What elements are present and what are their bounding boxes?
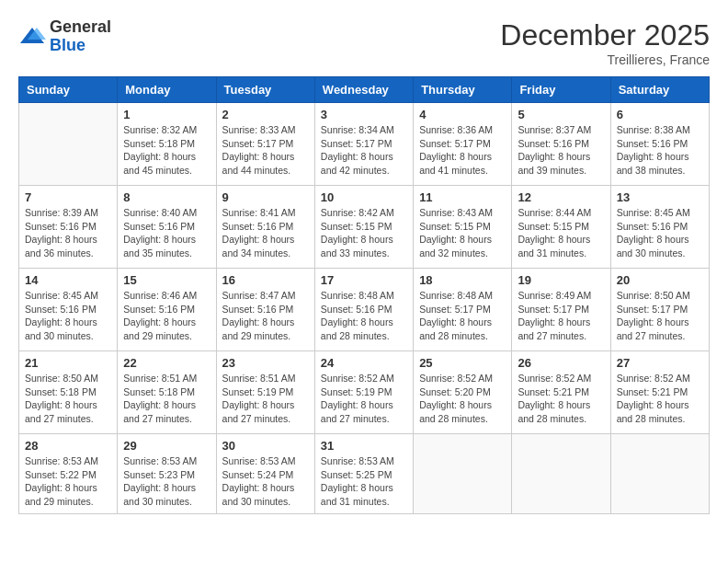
- day-number: 16: [222, 273, 309, 287]
- calendar-cell: 7Sunrise: 8:39 AMSunset: 5:16 PMDaylight…: [19, 186, 118, 269]
- calendar-cell: 8Sunrise: 8:40 AMSunset: 5:16 PMDaylight…: [118, 186, 216, 269]
- logo-general: General: [50, 18, 111, 37]
- day-header-saturday: Saturday: [610, 77, 709, 103]
- calendar-cell: 16Sunrise: 8:47 AMSunset: 5:16 PMDayligh…: [216, 269, 314, 351]
- day-info: Sunrise: 8:44 AMSunset: 5:15 PMDaylight:…: [518, 206, 604, 260]
- day-number: 12: [518, 190, 604, 204]
- day-info: Sunrise: 8:52 AMSunset: 5:21 PMDaylight:…: [617, 372, 703, 426]
- day-number: 17: [321, 273, 407, 287]
- page-header: General Blue December 2025 Treillieres, …: [18, 18, 710, 67]
- day-info: Sunrise: 8:51 AMSunset: 5:19 PMDaylight:…: [222, 372, 309, 426]
- day-info: Sunrise: 8:48 AMSunset: 5:16 PMDaylight:…: [321, 289, 407, 343]
- day-number: 2: [222, 108, 309, 121]
- logo: General Blue: [18, 18, 111, 55]
- week-row-5: 28Sunrise: 8:53 AMSunset: 5:22 PMDayligh…: [19, 434, 710, 514]
- day-number: 18: [419, 273, 506, 287]
- calendar-cell: [512, 434, 610, 514]
- day-info: Sunrise: 8:33 AMSunset: 5:17 PMDaylight:…: [222, 123, 309, 178]
- day-info: Sunrise: 8:39 AMSunset: 5:16 PMDaylight:…: [25, 206, 111, 260]
- calendar-cell: 20Sunrise: 8:50 AMSunset: 5:17 PMDayligh…: [610, 269, 709, 351]
- calendar-cell: 27Sunrise: 8:52 AMSunset: 5:21 PMDayligh…: [610, 351, 709, 434]
- calendar-cell: 25Sunrise: 8:52 AMSunset: 5:20 PMDayligh…: [414, 351, 512, 434]
- calendar-cell: 4Sunrise: 8:36 AMSunset: 5:17 PMDaylight…: [414, 103, 512, 186]
- calendar-cell: 3Sunrise: 8:34 AMSunset: 5:17 PMDaylight…: [314, 103, 413, 186]
- day-info: Sunrise: 8:49 AMSunset: 5:17 PMDaylight:…: [518, 289, 604, 343]
- day-info: Sunrise: 8:32 AMSunset: 5:18 PMDaylight:…: [123, 123, 210, 178]
- day-number: 22: [123, 356, 210, 370]
- day-number: 13: [617, 190, 703, 204]
- calendar-cell: [414, 434, 512, 514]
- day-info: Sunrise: 8:52 AMSunset: 5:21 PMDaylight:…: [518, 372, 604, 426]
- day-number: 19: [518, 273, 604, 287]
- day-info: Sunrise: 8:53 AMSunset: 5:22 PMDaylight:…: [25, 454, 111, 509]
- day-number: 27: [617, 356, 703, 370]
- day-number: 26: [518, 356, 604, 370]
- calendar-cell: 21Sunrise: 8:50 AMSunset: 5:18 PMDayligh…: [19, 351, 118, 434]
- location-subtitle: Treillieres, France: [500, 52, 710, 67]
- day-number: 3: [321, 108, 407, 121]
- calendar-cell: 18Sunrise: 8:48 AMSunset: 5:17 PMDayligh…: [414, 269, 512, 351]
- day-number: 6: [617, 108, 703, 121]
- day-number: 31: [321, 439, 407, 453]
- day-info: Sunrise: 8:53 AMSunset: 5:24 PMDaylight:…: [222, 454, 309, 509]
- day-number: 15: [123, 273, 210, 287]
- calendar-cell: 30Sunrise: 8:53 AMSunset: 5:24 PMDayligh…: [216, 434, 314, 514]
- day-number: 7: [25, 190, 111, 204]
- calendar-cell: 9Sunrise: 8:41 AMSunset: 5:16 PMDaylight…: [216, 186, 314, 269]
- calendar-cell: 2Sunrise: 8:33 AMSunset: 5:17 PMDaylight…: [216, 103, 314, 186]
- day-number: 4: [419, 108, 506, 121]
- calendar-cell: 19Sunrise: 8:49 AMSunset: 5:17 PMDayligh…: [512, 269, 610, 351]
- day-info: Sunrise: 8:48 AMSunset: 5:17 PMDaylight:…: [419, 289, 506, 343]
- calendar-cell: 12Sunrise: 8:44 AMSunset: 5:15 PMDayligh…: [512, 186, 610, 269]
- day-number: 28: [25, 439, 111, 453]
- calendar-cell: 1Sunrise: 8:32 AMSunset: 5:18 PMDaylight…: [118, 103, 216, 186]
- logo-blue: Blue: [50, 37, 111, 55]
- day-header-tuesday: Tuesday: [216, 77, 314, 103]
- week-row-1: 1Sunrise: 8:32 AMSunset: 5:18 PMDaylight…: [19, 103, 710, 186]
- day-info: Sunrise: 8:42 AMSunset: 5:15 PMDaylight:…: [321, 206, 407, 260]
- day-info: Sunrise: 8:46 AMSunset: 5:16 PMDaylight:…: [123, 289, 210, 343]
- calendar-cell: 26Sunrise: 8:52 AMSunset: 5:21 PMDayligh…: [512, 351, 610, 434]
- title-section: December 2025 Treillieres, France: [500, 18, 710, 67]
- days-of-week-row: SundayMondayTuesdayWednesdayThursdayFrid…: [19, 77, 710, 103]
- calendar-cell: 13Sunrise: 8:45 AMSunset: 5:16 PMDayligh…: [610, 186, 709, 269]
- day-number: 14: [25, 273, 111, 287]
- calendar-table: SundayMondayTuesdayWednesdayThursdayFrid…: [18, 76, 710, 514]
- day-number: 23: [222, 356, 309, 370]
- day-info: Sunrise: 8:50 AMSunset: 5:17 PMDaylight:…: [617, 289, 703, 343]
- calendar-cell: 10Sunrise: 8:42 AMSunset: 5:15 PMDayligh…: [314, 186, 413, 269]
- month-title: December 2025: [500, 18, 710, 52]
- day-info: Sunrise: 8:51 AMSunset: 5:18 PMDaylight:…: [123, 372, 210, 426]
- day-info: Sunrise: 8:37 AMSunset: 5:16 PMDaylight:…: [518, 123, 604, 178]
- calendar-cell: 22Sunrise: 8:51 AMSunset: 5:18 PMDayligh…: [118, 351, 216, 434]
- calendar-cell: 23Sunrise: 8:51 AMSunset: 5:19 PMDayligh…: [216, 351, 314, 434]
- logo-text: General Blue: [50, 18, 111, 55]
- day-number: 21: [25, 356, 111, 370]
- day-info: Sunrise: 8:45 AMSunset: 5:16 PMDaylight:…: [25, 289, 111, 343]
- day-header-monday: Monday: [118, 77, 216, 103]
- day-header-friday: Friday: [512, 77, 610, 103]
- day-number: 11: [419, 190, 506, 204]
- day-number: 20: [617, 273, 703, 287]
- calendar-cell: 14Sunrise: 8:45 AMSunset: 5:16 PMDayligh…: [19, 269, 118, 351]
- calendar-cell: 28Sunrise: 8:53 AMSunset: 5:22 PMDayligh…: [19, 434, 118, 514]
- calendar-header: SundayMondayTuesdayWednesdayThursdayFrid…: [19, 77, 710, 103]
- calendar-cell: 31Sunrise: 8:53 AMSunset: 5:25 PMDayligh…: [314, 434, 413, 514]
- day-number: 25: [419, 356, 506, 370]
- calendar-cell: [610, 434, 709, 514]
- day-info: Sunrise: 8:38 AMSunset: 5:16 PMDaylight:…: [617, 123, 703, 178]
- calendar-cell: 17Sunrise: 8:48 AMSunset: 5:16 PMDayligh…: [314, 269, 413, 351]
- day-number: 1: [123, 108, 210, 121]
- day-header-thursday: Thursday: [414, 77, 512, 103]
- day-info: Sunrise: 8:45 AMSunset: 5:16 PMDaylight:…: [617, 206, 703, 260]
- day-info: Sunrise: 8:50 AMSunset: 5:18 PMDaylight:…: [25, 372, 111, 426]
- calendar-cell: 29Sunrise: 8:53 AMSunset: 5:23 PMDayligh…: [118, 434, 216, 514]
- day-number: 8: [123, 190, 210, 204]
- calendar-cell: 5Sunrise: 8:37 AMSunset: 5:16 PMDaylight…: [512, 103, 610, 186]
- day-info: Sunrise: 8:34 AMSunset: 5:17 PMDaylight:…: [321, 123, 407, 178]
- day-info: Sunrise: 8:36 AMSunset: 5:17 PMDaylight:…: [419, 123, 506, 178]
- logo-icon: [18, 23, 46, 51]
- day-number: 5: [518, 108, 604, 121]
- day-info: Sunrise: 8:52 AMSunset: 5:20 PMDaylight:…: [419, 372, 506, 426]
- day-number: 30: [222, 439, 309, 453]
